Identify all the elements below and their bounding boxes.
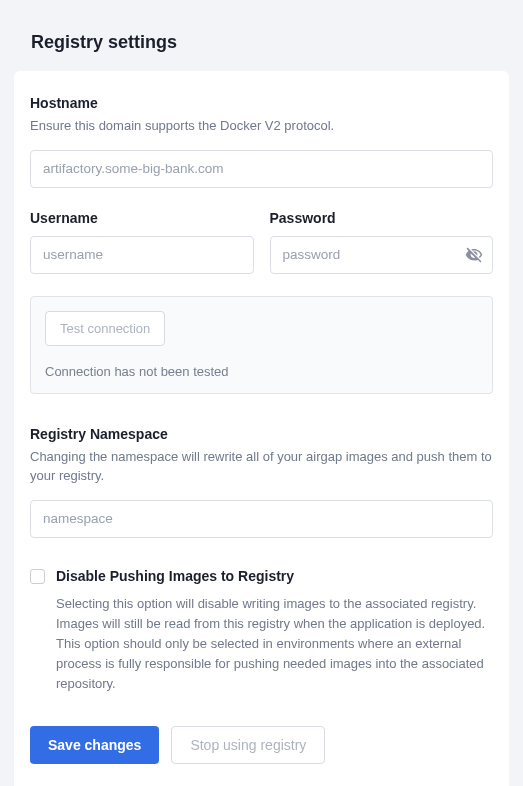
credentials-row: Username Password bbox=[30, 210, 493, 274]
settings-card: Hostname Ensure this domain supports the… bbox=[14, 71, 509, 786]
test-connection-button[interactable]: Test connection bbox=[45, 311, 165, 346]
username-input[interactable] bbox=[30, 236, 254, 274]
test-connection-status: Connection has not been tested bbox=[45, 364, 478, 379]
stop-using-registry-button[interactable]: Stop using registry bbox=[171, 726, 325, 764]
disable-push-row: Disable Pushing Images to Registry Selec… bbox=[30, 568, 493, 695]
disable-push-content: Disable Pushing Images to Registry Selec… bbox=[56, 568, 493, 695]
namespace-help: Changing the namespace will rewrite all … bbox=[30, 448, 493, 486]
hostname-help: Ensure this domain supports the Docker V… bbox=[30, 117, 493, 136]
namespace-input[interactable] bbox=[30, 500, 493, 538]
action-buttons: Save changes Stop using registry bbox=[30, 726, 493, 764]
password-input[interactable] bbox=[270, 236, 494, 274]
page-title: Registry settings bbox=[31, 32, 509, 53]
hostname-input[interactable] bbox=[30, 150, 493, 188]
namespace-section: Registry Namespace Changing the namespac… bbox=[30, 426, 493, 538]
visibility-off-icon[interactable] bbox=[465, 246, 483, 264]
password-label: Password bbox=[270, 210, 494, 226]
hostname-label: Hostname bbox=[30, 95, 493, 111]
disable-push-help: Selecting this option will disable writi… bbox=[56, 594, 493, 695]
hostname-section: Hostname Ensure this domain supports the… bbox=[30, 95, 493, 188]
test-connection-box: Test connection Connection has not been … bbox=[30, 296, 493, 394]
username-section: Username bbox=[30, 210, 254, 274]
disable-push-checkbox[interactable] bbox=[30, 569, 45, 584]
password-section: Password bbox=[270, 210, 494, 274]
disable-push-label: Disable Pushing Images to Registry bbox=[56, 568, 493, 584]
save-button[interactable]: Save changes bbox=[30, 726, 159, 764]
namespace-label: Registry Namespace bbox=[30, 426, 493, 442]
username-label: Username bbox=[30, 210, 254, 226]
